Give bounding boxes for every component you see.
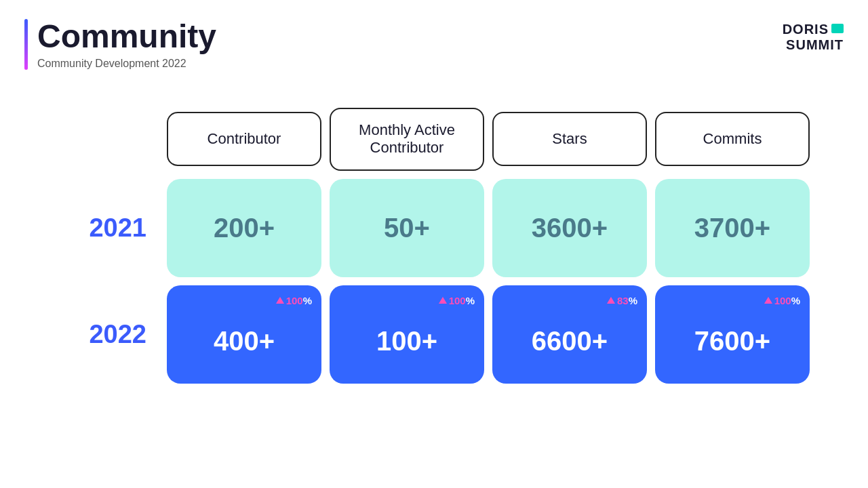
triangle-icon-monthly-active: [439, 297, 447, 304]
logo-row2: SUMMIT: [786, 37, 844, 53]
badge-pct-stars: 83%: [617, 295, 637, 306]
value-2021-stars: 3600+: [532, 213, 608, 243]
stats-grid: Contributor Monthly ActiveContributor St…: [54, 104, 814, 388]
logo: DORIS SUMMIT: [783, 19, 844, 53]
badge-num-stars: 83: [617, 295, 629, 306]
logo-row1: DORIS: [783, 22, 844, 37]
badge-unit-stars: %: [629, 295, 637, 306]
page-subtitle: Community Development 2022: [37, 58, 216, 70]
page-header: Community Community Development 2022 DOR…: [0, 0, 868, 70]
column-header-contributor: Contributor: [167, 112, 321, 166]
triangle-icon-stars: [607, 297, 615, 304]
badge-pct-commits: 100%: [774, 295, 800, 306]
column-header-commits: Commits: [655, 112, 810, 166]
badge-num-contributor: 100: [286, 295, 303, 306]
header-text-block: Community Community Development 2022: [37, 19, 216, 70]
logo-text-line1: DORIS: [783, 22, 829, 37]
badge-2022-contributor: 100%: [276, 295, 312, 306]
value-2021-contributor: 200+: [214, 213, 275, 243]
main-content: Contributor Monthly ActiveContributor St…: [0, 104, 868, 388]
logo-text-line2: SUMMIT: [786, 37, 844, 52]
badge-unit-commits: %: [791, 295, 800, 306]
year-label-2022: 2022: [54, 320, 163, 349]
logo-accent-icon: [831, 24, 844, 33]
triangle-icon-commits: [764, 297, 772, 304]
badge-pct-contributor: 100%: [286, 295, 312, 306]
card-2021-contributor: 200+: [167, 179, 321, 277]
year-label-2021: 2021: [54, 214, 163, 243]
col-label-contributor: Contributor: [208, 130, 281, 148]
value-2021-monthly-active: 50+: [384, 213, 430, 243]
badge-unit-contributor: %: [303, 295, 312, 306]
card-2022-stars: 83% 6600+: [492, 285, 647, 384]
value-2022-contributor: 400+: [214, 326, 275, 357]
card-2022-monthly-active: 100% 100+: [330, 285, 484, 384]
col-label-stars: Stars: [552, 130, 587, 148]
value-2022-commits: 7600+: [694, 326, 770, 357]
badge-2022-monthly-active: 100%: [439, 295, 475, 306]
column-header-monthly-active: Monthly ActiveContributor: [330, 108, 484, 171]
col-label-commits: Commits: [703, 130, 762, 148]
header-left: Community Community Development 2022: [24, 19, 216, 70]
badge-2022-commits: 100%: [764, 295, 800, 306]
badge-2022-stars: 83%: [607, 295, 637, 306]
page-title: Community: [37, 19, 216, 55]
value-2022-monthly-active: 100+: [376, 326, 437, 357]
triangle-icon-contributor: [276, 297, 284, 304]
value-2021-commits: 3700+: [694, 213, 770, 243]
accent-bar: [24, 19, 28, 70]
card-2021-commits: 3700+: [655, 179, 810, 277]
card-2021-monthly-active: 50+: [330, 179, 484, 277]
badge-pct-monthly-active: 100%: [449, 295, 475, 306]
column-header-stars: Stars: [492, 112, 647, 166]
badge-unit-monthly-active: %: [466, 295, 475, 306]
card-2022-commits: 100% 7600+: [655, 285, 810, 384]
col-label-monthly-active: Monthly ActiveContributor: [359, 121, 455, 157]
card-2022-contributor: 100% 400+: [167, 285, 321, 384]
badge-num-monthly-active: 100: [449, 295, 466, 306]
card-2021-stars: 3600+: [492, 179, 647, 277]
badge-num-commits: 100: [774, 295, 791, 306]
value-2022-stars: 6600+: [532, 326, 608, 357]
